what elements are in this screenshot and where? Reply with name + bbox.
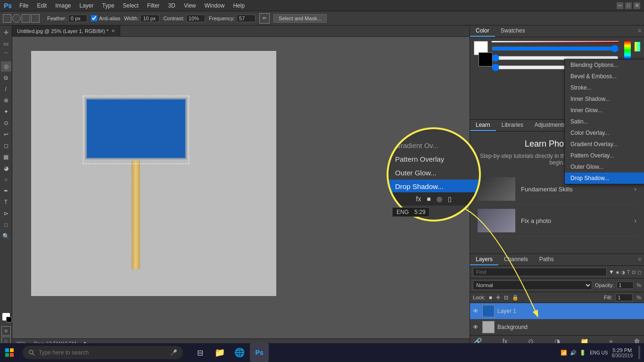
history-brush[interactable]: ↩: [1, 129, 11, 140]
menu-file[interactable]: File: [16, 1, 32, 10]
learn-item-fix-photo[interactable]: Fix a photo ›: [478, 205, 636, 237]
menu-window[interactable]: Window: [201, 1, 229, 10]
ctx-outer-glow[interactable]: Outer Glow...: [565, 161, 644, 173]
menu-3d[interactable]: 3D: [165, 1, 179, 10]
layer-filter-text[interactable]: T: [627, 270, 630, 275]
taskbar-edge[interactable]: 🌐: [230, 343, 249, 362]
ctx-color-overlay[interactable]: Color Overlay...: [565, 127, 644, 139]
eraser-tool[interactable]: ◻: [1, 140, 11, 151]
select-tool[interactable]: ◎: [1, 61, 11, 72]
quick-mask[interactable]: ⊙: [1, 326, 11, 336]
frequency-input[interactable]: [237, 15, 256, 22]
search-bar[interactable]: 🎤: [23, 346, 183, 359]
tool-option-poly[interactable]: [22, 14, 30, 23]
dodge-tool[interactable]: ○: [1, 174, 11, 185]
fill-input[interactable]: [616, 294, 633, 301]
ctx-gradient-overlay[interactable]: Gradient Overlay...: [565, 139, 644, 150]
menu-type[interactable]: Type: [99, 1, 118, 10]
canvas-tab[interactable]: Untitled.jpg @ 25% (Layer 1, RGB/8#) * ✕: [12, 25, 120, 37]
tool-option-free[interactable]: [31, 14, 40, 23]
menu-view[interactable]: View: [180, 1, 200, 10]
color-panel-menu[interactable]: ≡: [635, 25, 644, 37]
tab-swatches[interactable]: Swatches: [495, 25, 531, 37]
sys-lang[interactable]: ENG US: [590, 350, 608, 355]
shape-tool[interactable]: □: [1, 220, 11, 230]
layers-panel-menu[interactable]: ≡: [635, 254, 644, 265]
antialias-checkbox[interactable]: [91, 15, 97, 21]
foreground-color[interactable]: [2, 313, 10, 321]
tab-channels[interactable]: Channels: [498, 254, 534, 265]
background-visibility[interactable]: 👁: [473, 324, 479, 330]
show-desktop-btn[interactable]: [638, 346, 640, 359]
tab-paths[interactable]: Paths: [534, 254, 560, 265]
tab-layers[interactable]: Layers: [470, 254, 498, 265]
ctx-inner-shadow[interactable]: Inner Shadow...: [565, 93, 644, 105]
heal-tool[interactable]: ⊕: [1, 95, 11, 106]
taskbar-file-explorer[interactable]: 📁: [210, 343, 229, 362]
mag-fx-icon[interactable]: fx: [416, 195, 421, 203]
marquee-tool[interactable]: ▭: [1, 39, 11, 49]
pen-tool[interactable]: ✒: [1, 186, 11, 196]
tool-option-ellipse[interactable]: [12, 14, 21, 23]
crop-tool[interactable]: ⧉: [1, 73, 11, 83]
brush-tool[interactable]: ✦: [1, 107, 11, 117]
start-button[interactable]: [0, 343, 19, 362]
sys-time[interactable]: 5:29 PM 8/30/2019: [612, 347, 633, 358]
tool-option-rect[interactable]: [3, 14, 11, 23]
menu-filter[interactable]: Filter: [143, 1, 164, 10]
opacity-input[interactable]: [617, 281, 634, 289]
ctx-pattern-overlay[interactable]: Pattern Overlay...: [565, 150, 644, 161]
lock-position[interactable]: ✛: [496, 295, 500, 301]
ctx-inner-glow[interactable]: Inner Glow...: [565, 105, 644, 116]
layers-search-input[interactable]: [473, 268, 607, 276]
volume-icon[interactable]: 🔊: [570, 350, 577, 356]
eyedropper-tool[interactable]: /: [1, 84, 11, 94]
layer-row-background[interactable]: 👁 Background: [470, 319, 644, 335]
mag-outer-glow[interactable]: Outer Glow...: [388, 166, 479, 180]
mag-gradient-overlay[interactable]: Gradient Ov...: [388, 139, 479, 152]
window-restore[interactable]: □: [625, 2, 632, 9]
blur-tool[interactable]: ◕: [1, 163, 11, 173]
lock-pixels[interactable]: ■: [489, 295, 492, 300]
tab-color[interactable]: Color: [470, 25, 495, 37]
menu-help[interactable]: Help: [229, 1, 248, 10]
mic-icon[interactable]: 🎤: [170, 349, 177, 356]
mag-folder-icon[interactable]: ▯: [448, 195, 452, 203]
layer-filter-adj[interactable]: ◑: [621, 270, 625, 275]
menu-select[interactable]: Select: [119, 1, 142, 10]
color-gradient[interactable]: [492, 41, 619, 43]
menu-layer[interactable]: Layer: [76, 1, 98, 10]
taskbar-task-view[interactable]: ⊟: [190, 343, 209, 362]
zoom-tool[interactable]: 🔍: [1, 231, 11, 241]
menu-image[interactable]: Image: [51, 1, 74, 10]
ctx-drop-shadow[interactable]: Drop Shadow...: [565, 173, 644, 184]
mag-circle-icon[interactable]: ◎: [437, 195, 442, 203]
type-tool[interactable]: T: [1, 197, 11, 207]
ctx-satin[interactable]: Satin...: [565, 116, 644, 127]
lock-all[interactable]: 🔒: [512, 295, 519, 301]
clone-tool[interactable]: ⊙: [1, 118, 11, 128]
mag-drop-shadow[interactable]: Drop Shadow...: [388, 180, 479, 193]
feather-input[interactable]: [68, 15, 87, 22]
window-minimize[interactable]: ─: [617, 2, 623, 9]
tab-libraries[interactable]: Libraries: [496, 120, 529, 131]
search-input[interactable]: [39, 349, 166, 356]
ctx-bevel-emboss[interactable]: Bevel & Emboss...: [565, 71, 644, 82]
layer-row-layer1[interactable]: 👁 Layer 1: [470, 303, 644, 319]
lasso-tool[interactable]: ⌒: [1, 50, 11, 60]
select-mask-btn[interactable]: Select and Mask...: [273, 14, 327, 23]
gradient-tool[interactable]: ▦: [1, 152, 11, 162]
layer-filter-shape[interactable]: ⊡: [632, 270, 636, 275]
blend-mode-select[interactable]: Normal Multiply Screen: [473, 280, 592, 290]
layer-filter-icon[interactable]: ▼: [609, 269, 614, 275]
network-icon[interactable]: 📶: [561, 350, 567, 356]
contrast-input[interactable]: [186, 15, 205, 22]
tab-learn[interactable]: Learn: [470, 120, 496, 131]
tab-close-btn[interactable]: ✕: [111, 28, 115, 33]
window-close[interactable]: ✕: [634, 2, 640, 9]
move-tool[interactable]: ✛: [1, 27, 11, 38]
ctx-stroke[interactable]: Stroke...: [565, 82, 644, 93]
layer1-visibility[interactable]: 👁: [473, 308, 479, 314]
background-swatch[interactable]: [479, 52, 493, 66]
path-tool[interactable]: ⊳: [1, 208, 11, 219]
